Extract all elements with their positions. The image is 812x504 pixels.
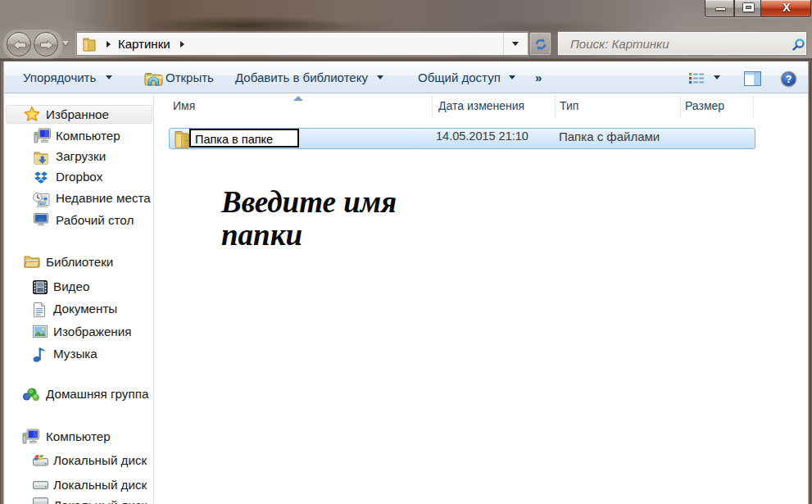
svg-text:?: ?	[786, 74, 792, 85]
